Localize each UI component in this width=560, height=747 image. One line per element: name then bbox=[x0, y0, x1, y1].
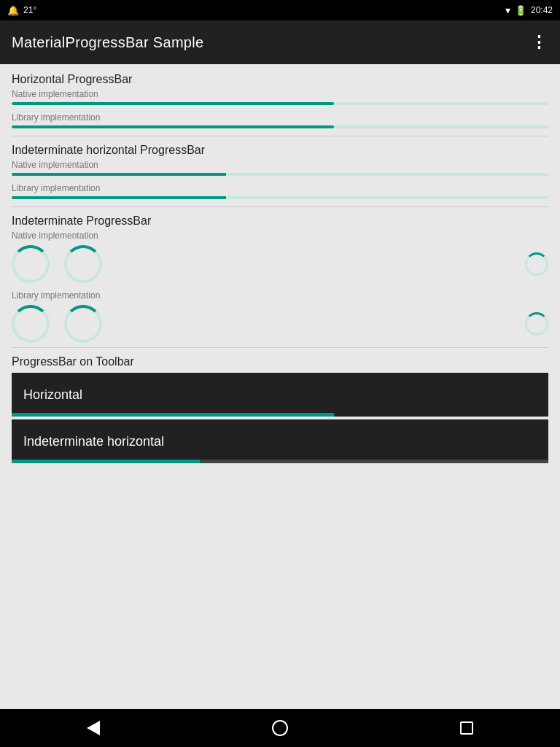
native-indeterminate-track-1 bbox=[12, 173, 548, 176]
native-label-2: Native implementation bbox=[12, 160, 548, 170]
overflow-menu-button[interactable]: ⋮ bbox=[531, 33, 548, 52]
app-bar-title: MaterialProgressBar Sample bbox=[12, 34, 203, 51]
divider-3 bbox=[12, 347, 548, 348]
section-indeterminate-progressbar: Indeterminate ProgressBar Native impleme… bbox=[12, 214, 548, 343]
library-spinner-1 bbox=[12, 305, 50, 343]
native-spinner-3 bbox=[525, 252, 548, 276]
toolbar-horizontal-progress-track bbox=[12, 413, 548, 417]
status-right: ▾ 🔋 20:42 bbox=[505, 4, 553, 16]
native-spinner-1-wrap bbox=[12, 245, 50, 283]
native-label-3: Native implementation bbox=[12, 231, 548, 241]
library-spinner-3 bbox=[525, 312, 548, 336]
temperature-text: 21° bbox=[23, 5, 36, 15]
library-label-3: Library implementation bbox=[12, 290, 548, 301]
library-label-2: Library implementation bbox=[12, 183, 548, 193]
native-spinner-3-wrap bbox=[525, 252, 548, 276]
library-spinner-2 bbox=[64, 305, 102, 343]
bottom-nav bbox=[0, 709, 560, 747]
section-title-indeterminate-h: Indeterminate horizontal ProgressBar bbox=[12, 144, 548, 157]
toolbar-item-horizontal-label: Horizontal bbox=[23, 387, 82, 403]
section-horizontal-progressbar: Horizontal ProgressBar Native implementa… bbox=[12, 73, 548, 128]
wifi-icon: ▾ bbox=[505, 4, 510, 16]
library-indeterminate-fill-1 bbox=[12, 196, 226, 199]
native-indeterminate-fill-1 bbox=[12, 173, 226, 176]
library-spinners-row bbox=[12, 305, 548, 343]
toolbar-horizontal-progress-fill bbox=[12, 413, 334, 417]
nav-home-button[interactable] bbox=[262, 710, 298, 746]
app-bar: MaterialProgressBar Sample ⋮ bbox=[0, 20, 560, 64]
library-progress-track-1 bbox=[12, 125, 548, 128]
section-progressbar-on-toolbar: ProgressBar on Toolbar Horizontal Indete… bbox=[12, 355, 548, 463]
toolbar-section-title: ProgressBar on Toolbar bbox=[12, 355, 548, 368]
recents-icon bbox=[460, 721, 473, 735]
native-spinner-2-wrap bbox=[64, 245, 102, 283]
library-spinner-3-wrap bbox=[525, 312, 548, 336]
library-spinner-1-wrap bbox=[12, 305, 50, 343]
library-indeterminate-track-1 bbox=[12, 196, 548, 199]
section-indeterminate-horizontal: Indeterminate horizontal ProgressBar Nat… bbox=[12, 144, 548, 199]
toolbar-item-indeterminate[interactable]: Indeterminate horizontal bbox=[12, 419, 548, 463]
toolbar-item-horizontal[interactable]: Horizontal bbox=[12, 373, 548, 417]
section-title-horizontal: Horizontal ProgressBar bbox=[12, 73, 548, 86]
divider-2 bbox=[12, 206, 548, 207]
notification-icon: 🔔 bbox=[7, 5, 19, 16]
nav-back-button[interactable] bbox=[75, 710, 112, 746]
divider-1 bbox=[12, 136, 548, 136]
status-left: 🔔 21° bbox=[7, 5, 36, 16]
toolbar-item-indeterminate-label: Indeterminate horizontal bbox=[23, 434, 164, 449]
native-progress-track-1 bbox=[12, 102, 548, 105]
nav-recents-button[interactable] bbox=[448, 710, 485, 746]
library-label-1: Library implementation bbox=[12, 112, 548, 123]
library-spinner-2-wrap bbox=[64, 305, 102, 343]
toolbar-indeterminate-track bbox=[12, 460, 548, 463]
section-title-indeterminate: Indeterminate ProgressBar bbox=[12, 214, 548, 228]
toolbar-indeterminate-fill bbox=[12, 460, 200, 463]
status-bar: 🔔 21° ▾ 🔋 20:42 bbox=[0, 0, 560, 20]
library-progress-fill-1 bbox=[12, 125, 334, 128]
back-icon bbox=[87, 721, 100, 735]
native-spinners-row bbox=[12, 245, 548, 283]
content-area: Horizontal ProgressBar Native implementa… bbox=[0, 64, 560, 709]
native-label-1: Native implementation bbox=[12, 89, 548, 99]
native-spinner-2 bbox=[64, 245, 102, 283]
time-text: 20:42 bbox=[531, 5, 553, 15]
native-progress-fill-1 bbox=[12, 102, 334, 105]
battery-icon: 🔋 bbox=[515, 5, 526, 16]
home-icon bbox=[272, 720, 288, 736]
native-spinner-1 bbox=[12, 245, 50, 283]
